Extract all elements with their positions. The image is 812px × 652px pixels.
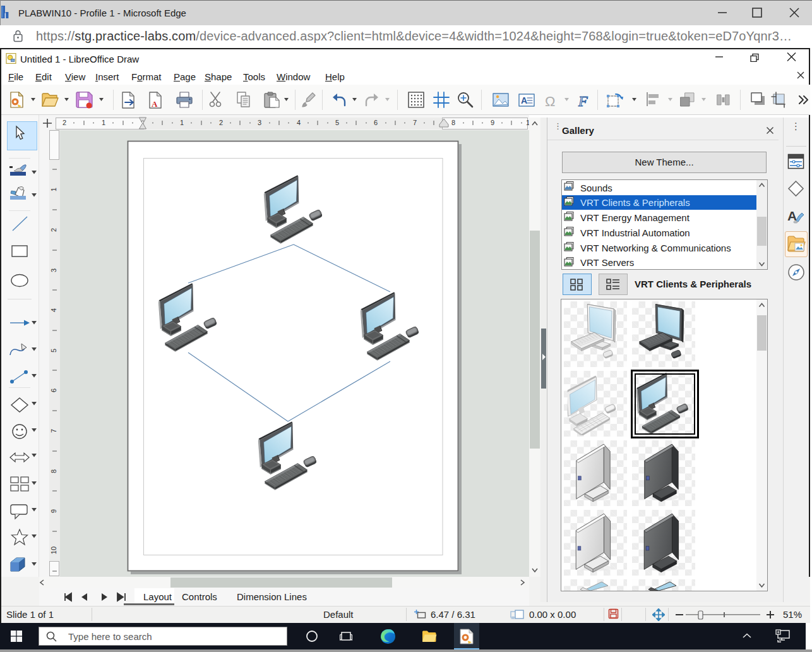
svg-text:1: 1 bbox=[102, 119, 105, 126]
svg-text:6: 6 bbox=[50, 389, 57, 392]
svg-text:2: 2 bbox=[63, 119, 66, 126]
svg-text:4: 4 bbox=[50, 308, 57, 312]
svg-text:10: 10 bbox=[50, 546, 57, 554]
svg-text:6: 6 bbox=[374, 119, 378, 126]
svg-text:1: 1 bbox=[180, 119, 184, 126]
svg-text:7: 7 bbox=[413, 119, 417, 126]
svg-text:5: 5 bbox=[50, 349, 57, 353]
svg-text:A: A bbox=[152, 99, 158, 109]
svg-text:Ω: Ω bbox=[545, 94, 555, 109]
svg-text:8: 8 bbox=[50, 469, 57, 473]
svg-text:2: 2 bbox=[219, 119, 223, 126]
svg-text:F: F bbox=[578, 93, 588, 109]
svg-text:1: 1 bbox=[50, 188, 57, 191]
svg-text:8: 8 bbox=[451, 119, 455, 126]
svg-text:7: 7 bbox=[50, 429, 57, 433]
svg-text:9: 9 bbox=[50, 509, 57, 513]
svg-text:5: 5 bbox=[335, 119, 339, 126]
svg-text:3: 3 bbox=[258, 119, 261, 126]
svg-text:4: 4 bbox=[297, 119, 301, 126]
svg-text:9: 9 bbox=[491, 119, 494, 126]
svg-text:3: 3 bbox=[50, 269, 57, 272]
svg-text:A: A bbox=[521, 95, 527, 106]
svg-text:2: 2 bbox=[50, 228, 57, 232]
